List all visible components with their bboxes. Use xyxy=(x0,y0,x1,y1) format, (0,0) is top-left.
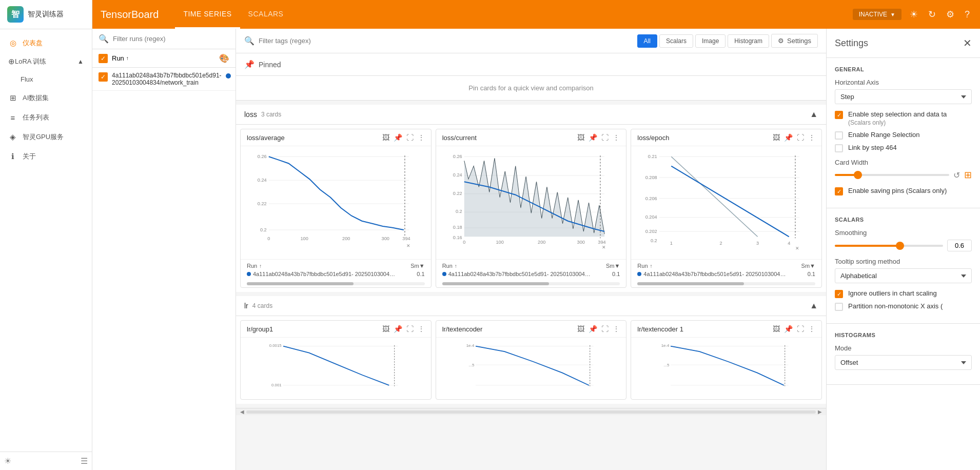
help-icon[interactable]: ? xyxy=(963,7,972,22)
palette-icon[interactable]: 🎨 xyxy=(219,53,229,63)
run-item[interactable]: ✓ 4a111ab0248a43b7b7fbbdbc501e5d91-20250… xyxy=(92,68,236,91)
chart-pin-icon-lr2[interactable]: 📌 xyxy=(589,325,597,333)
smoothing-slider-track[interactable] xyxy=(835,245,943,247)
chart-image-icon-lr3[interactable]: 🖼 xyxy=(773,325,780,333)
horizontal-axis-field: Horizontal Axis Step xyxy=(835,79,972,104)
chart-more-icon[interactable]: ⋮ xyxy=(418,133,425,142)
loss-section-collapse-icon[interactable]: ▲ xyxy=(810,110,818,119)
chart-pin-icon[interactable]: 📌 xyxy=(394,133,402,142)
sidebar-item-ai-data[interactable]: ⊞ AI数据集 xyxy=(0,88,92,108)
settings-button[interactable]: ⚙ Settings xyxy=(771,34,818,48)
chart-fullscreen-icon-lr3[interactable]: ⛶ xyxy=(797,325,804,333)
svg-text:0.21: 0.21 xyxy=(648,154,657,159)
tab-scalars[interactable]: SCALARS xyxy=(240,0,292,29)
card-width-row: ↺ ⊞ xyxy=(835,169,972,181)
sidebar-section-lora[interactable]: ⊕ LoRA 训练 ▲ xyxy=(0,53,92,70)
refresh-icon[interactable]: ↻ xyxy=(926,7,938,22)
filter-btn-image[interactable]: Image xyxy=(695,34,726,48)
svg-text:394: 394 xyxy=(402,236,410,241)
filter-btn-scalars[interactable]: Scalars xyxy=(659,34,693,48)
partition-x-axis-checkbox[interactable] xyxy=(835,303,843,311)
link-by-step-row: Link by step 464 xyxy=(835,144,972,152)
run-checkbox[interactable]: ✓ xyxy=(99,72,108,82)
tags-search-input[interactable] xyxy=(259,37,345,45)
chart-pin-icon-epoch[interactable]: 📌 xyxy=(784,133,793,142)
enable-range-selection-checkbox[interactable] xyxy=(835,131,843,140)
svg-text:2: 2 xyxy=(720,241,722,246)
link-by-step-checkbox[interactable] xyxy=(835,144,843,152)
settings-close-button[interactable]: ✕ xyxy=(963,37,972,49)
lr-section-collapse-icon[interactable]: ▲ xyxy=(810,301,818,310)
sidebar-item-tasks[interactable]: ≡ 任务列表 xyxy=(0,108,92,127)
scroll-left-icon[interactable]: ◀ xyxy=(238,409,246,415)
runs-search-input[interactable] xyxy=(113,35,229,43)
content-area: 🔍 ✓ Run ↑ 🎨 ✓ 4a111ab0248a43b7b7fbbdbc50… xyxy=(92,29,980,470)
card-scrollbar-loss-current[interactable] xyxy=(442,282,620,285)
enable-saving-pins-row: ✓ Enable saving pins (Scalars only) xyxy=(835,187,972,195)
runs-sort-icon[interactable]: ↑ xyxy=(126,55,129,61)
card-width-reset-icon[interactable]: ↺ xyxy=(953,170,960,180)
chart-fullscreen-icon-lr1[interactable]: ⛶ xyxy=(406,325,414,333)
card-scrollbar-loss-epoch[interactable] xyxy=(637,282,815,285)
theme-icon[interactable]: ☀ xyxy=(4,456,11,466)
scroll-track[interactable] xyxy=(246,410,816,414)
chart-more-icon-lr3[interactable]: ⋮ xyxy=(808,325,815,333)
collapse-sidebar-icon[interactable]: ☰ xyxy=(81,456,88,466)
smoothing-value-input[interactable]: 0.6 xyxy=(947,240,972,251)
sidebar-item-dashboard[interactable]: ◎ 仪表盘 xyxy=(0,33,92,53)
run-color-dot xyxy=(226,73,231,79)
horizontal-axis-select[interactable]: Step xyxy=(835,89,972,104)
svg-text:0.204: 0.204 xyxy=(645,214,657,220)
enable-step-selection-checkbox[interactable]: ✓ xyxy=(835,111,843,119)
chart-image-icon-lr1[interactable]: 🖼 xyxy=(382,325,389,333)
chart-row-sm-value: 0.1 xyxy=(399,271,425,277)
runs-select-all-checkbox[interactable]: ✓ xyxy=(99,54,108,63)
chart-more-icon-epoch[interactable]: ⋮ xyxy=(808,133,815,142)
svg-text:✕: ✕ xyxy=(795,246,799,251)
sidebar-item-about[interactable]: ℹ 关于 xyxy=(0,147,92,166)
chart-fullscreen-icon-epoch[interactable]: ⛶ xyxy=(797,133,804,142)
chart-more-icon-lr1[interactable]: ⋮ xyxy=(418,325,425,333)
card-width-slider-track[interactable] xyxy=(835,174,949,176)
chart-pin-icon-lr3[interactable]: 📌 xyxy=(784,325,793,333)
chart-image-icon-lr2[interactable]: 🖼 xyxy=(577,325,584,333)
svg-text:0.001: 0.001 xyxy=(271,383,282,387)
chart-pin-icon-current[interactable]: 📌 xyxy=(589,133,597,142)
brightness-icon[interactable]: ☀ xyxy=(908,7,920,22)
chart-image-icon[interactable]: 🖼 xyxy=(382,133,389,142)
sidebar-item-label-tasks: 任务列表 xyxy=(23,113,49,122)
card-scrollbar-loss-average[interactable] xyxy=(247,282,425,285)
chart-more-icon-lr2[interactable]: ⋮ xyxy=(613,325,620,333)
chart-svg-lr-textencoder1: 1e-4 ...5 xyxy=(635,342,817,395)
chart-image-icon-current[interactable]: 🖼 xyxy=(577,133,584,142)
chart-fullscreen-icon[interactable]: ⛶ xyxy=(406,133,414,142)
settings-histograms-title: HISTOGRAMS xyxy=(835,332,972,338)
ignore-outliers-checkbox[interactable]: ✓ xyxy=(835,290,843,298)
filter-btn-all[interactable]: All xyxy=(637,34,657,48)
settings-nav-icon[interactable]: ⚙ xyxy=(944,7,956,22)
runs-header: ✓ Run ↑ 🎨 xyxy=(92,49,236,68)
status-chevron-icon: ▼ xyxy=(890,12,895,17)
sidebar-item-flux[interactable]: Flux xyxy=(6,70,92,88)
run-label: 4a111ab0248a43b7b7fbbdbc501e5d91-2025010… xyxy=(112,72,222,86)
tooltip-sorting-field: Tooltip sorting method Alphabetical xyxy=(835,258,972,283)
histogram-mode-select[interactable]: Offset xyxy=(835,355,972,370)
chart-image-icon-epoch[interactable]: 🖼 xyxy=(773,133,780,142)
tab-time-series[interactable]: TIME SERIES xyxy=(175,0,240,29)
filter-btn-histogram[interactable]: Histogram xyxy=(728,34,769,48)
chart-pin-icon-lr1[interactable]: 📌 xyxy=(394,325,402,333)
status-badge[interactable]: INACTIVE ▼ xyxy=(853,9,901,20)
sidebar-item-gpu[interactable]: ◈ 智灵GPU服务 xyxy=(0,127,92,147)
chart-more-icon-current[interactable]: ⋮ xyxy=(613,133,620,142)
chart-fullscreen-icon-lr2[interactable]: ⛶ xyxy=(601,325,609,333)
card-width-expand-icon[interactable]: ⊞ xyxy=(964,169,972,181)
tooltip-sorting-select[interactable]: Alphabetical xyxy=(835,268,972,283)
scroll-right-icon[interactable]: ▶ xyxy=(816,409,824,415)
smoothing-slider-thumb[interactable] xyxy=(896,242,904,250)
enable-saving-pins-checkbox[interactable]: ✓ xyxy=(835,187,843,195)
chart-fullscreen-icon-current[interactable]: ⛶ xyxy=(601,133,609,142)
bottom-scrollbar[interactable]: ◀ ▶ xyxy=(236,408,826,415)
card-width-slider-thumb[interactable] xyxy=(854,171,862,179)
chart-footer-loss-average: Run ↑ Sm▼ 4a111ab0248a43b7b7fbbdbc501e5d… xyxy=(241,259,431,280)
chart-footer-loss-current: Run ↑ Sm▼ 4a111ab0248a43b7b7fbbdbc501e5d… xyxy=(436,259,626,280)
